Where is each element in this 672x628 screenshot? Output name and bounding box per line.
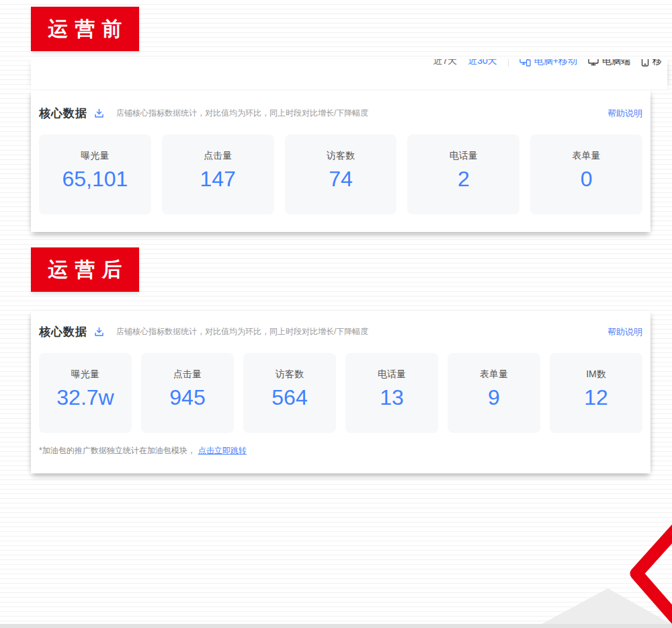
- metric-label: IM数: [550, 368, 642, 381]
- help-link[interactable]: 帮助说明: [607, 108, 642, 120]
- card-title: 核心数据: [39, 324, 87, 340]
- device-filter-pc[interactable]: 电脑端: [588, 59, 630, 67]
- metric-value: 12: [550, 385, 642, 410]
- metric-label: 表单量: [448, 368, 540, 381]
- metric-value: 13: [345, 385, 438, 410]
- tab-last-30-days[interactable]: 近30天: [468, 59, 497, 67]
- mobile-icon: [641, 59, 649, 67]
- metric-exposure: 曝光量 65,101: [39, 134, 151, 214]
- chevron-decoration: [625, 521, 672, 628]
- device-filter-pc-and-mobile[interactable]: 电脑+移动: [519, 59, 577, 67]
- banner-before-operation: 运营前: [31, 7, 139, 51]
- metric-value: 9: [448, 385, 540, 410]
- device-filter-mobile-clipped[interactable]: 移: [641, 59, 662, 67]
- core-data-card-before: 核心数据 店铺核心指标数据统计，对比值均为环比，同上时段对比增长/下降幅度 帮助…: [31, 89, 650, 232]
- banner-after-operation: 运营后: [31, 247, 139, 292]
- device-filter-label: 电脑端: [602, 59, 630, 67]
- footnote-jump-link[interactable]: 点击立即跳转: [198, 446, 247, 455]
- toolbar-divider: [508, 59, 509, 67]
- core-data-card-after: 核心数据 店铺核心指标数据统计，对比值均为环比，同上时段对比增长/下降幅度 帮助…: [31, 311, 650, 473]
- card-header: 核心数据 店铺核心指标数据统计，对比值均为环比，同上时段对比增长/下降幅度 帮助…: [39, 106, 642, 121]
- toolbar-row: 近7天 近30天 电脑+移动 电脑端 移: [433, 59, 662, 67]
- footnote: *加油包的推广数据独立统计在加油包模块，点击立即跳转: [39, 445, 642, 457]
- metric-im: IM数 12: [550, 353, 642, 433]
- metric-value: 65,101: [39, 167, 151, 192]
- metric-calls: 电话量 13: [345, 353, 438, 433]
- page: { "colors": { "accent_blue": "#4080ff", …: [0, 0, 672, 628]
- metric-label: 访客数: [285, 150, 397, 162]
- metric-clicks: 点击量 147: [162, 134, 274, 214]
- metric-visitors: 访客数 74: [285, 134, 397, 214]
- metric-value: 147: [162, 167, 274, 192]
- device-filter-label: 移: [653, 59, 662, 67]
- metric-label: 曝光量: [39, 150, 151, 162]
- card-header: 核心数据 店铺核心指标数据统计，对比值均为环比，同上时段对比增长/下降幅度 帮助…: [39, 324, 642, 340]
- metric-label: 表单量: [530, 150, 642, 162]
- metric-label: 访客数: [243, 368, 336, 381]
- metric-label: 电话量: [345, 368, 438, 381]
- card-description: 店铺核心指标数据统计，对比值均为环比，同上时段对比增长/下降幅度: [116, 108, 368, 119]
- footnote-text: *加油包的推广数据独立统计在加油包模块，: [39, 446, 196, 455]
- metric-label: 点击量: [141, 368, 234, 381]
- metric-forms: 表单量 9: [448, 353, 540, 433]
- metric-calls: 电话量 2: [407, 134, 519, 214]
- computer-icon: [588, 59, 599, 67]
- tab-last-7-days[interactable]: 近7天: [433, 59, 457, 67]
- metric-row: 曝光量 65,101 点击量 147 访客数 74 电话量 2 表单量 0: [39, 134, 642, 214]
- metric-label: 电话量: [407, 150, 519, 162]
- metric-value: 945: [141, 385, 234, 410]
- device-filter-label: 电脑+移动: [534, 59, 577, 67]
- metric-visitors: 访客数 564: [243, 353, 336, 433]
- date-device-toolbar: 近7天 近30天 电脑+移动 电脑端 移: [31, 59, 667, 90]
- help-link[interactable]: 帮助说明: [607, 326, 642, 338]
- metric-value: 564: [243, 385, 336, 410]
- metric-clicks: 点击量 945: [141, 353, 234, 433]
- metric-value: 0: [530, 167, 642, 192]
- card-description: 店铺核心指标数据统计，对比值均为环比，同上时段对比增长/下降幅度: [116, 326, 368, 338]
- download-icon[interactable]: [94, 108, 104, 118]
- metric-row: 曝光量 32.7w 点击量 945 访客数 564 电话量 13 表单量 9 I…: [39, 353, 642, 433]
- computer-mobile-icon: [519, 59, 531, 67]
- metric-label: 点击量: [162, 150, 274, 162]
- metric-value: 2: [407, 167, 519, 192]
- metric-label: 曝光量: [39, 368, 132, 381]
- download-icon[interactable]: [94, 327, 104, 337]
- card-title: 核心数据: [39, 106, 87, 121]
- metric-exposure: 曝光量 32.7w: [39, 353, 132, 433]
- metric-value: 74: [285, 167, 397, 192]
- metric-forms: 表单量 0: [530, 134, 642, 214]
- metric-value: 32.7w: [39, 385, 132, 410]
- bottom-band-decoration: [0, 624, 672, 628]
